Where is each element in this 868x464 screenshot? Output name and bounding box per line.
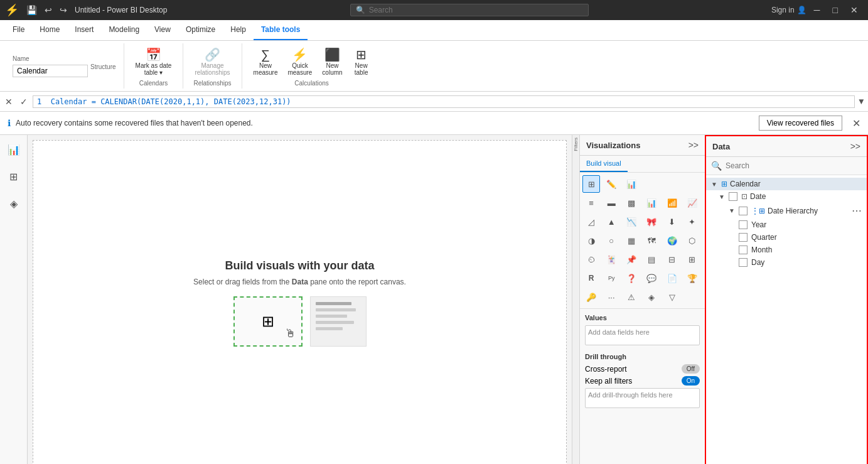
vis-waterfall[interactable]: ⬇ [663, 213, 681, 230]
vis-field-warning[interactable]: ⚠ [623, 288, 640, 306]
accept-button[interactable]: ✓ [18, 95, 30, 108]
title-search-input[interactable] [369, 6, 583, 14]
visualizations-expand-button[interactable]: >> [689, 140, 699, 150]
sidebar-table-icon[interactable]: ⊞ [6, 167, 21, 186]
vis-r[interactable]: R [582, 269, 600, 287]
tree-item-date-hierarchy[interactable]: ▼ ⋮⊞ Date Hierarchy ⋯ [706, 203, 867, 219]
values-drop-area[interactable]: Add data fields here [585, 325, 700, 345]
data-search-bar[interactable]: 🔍 [706, 157, 867, 175]
tab-file[interactable]: File [5, 20, 32, 40]
canvas-area[interactable]: Build visuals with your data Select or d… [33, 140, 567, 464]
ribbon: File Home Insert Modeling View Optimize … [0, 20, 868, 92]
signin-label[interactable]: Sign in [771, 6, 795, 14]
redo-button[interactable]: ↪ [57, 4, 70, 16]
quarter-checkbox[interactable] [739, 233, 747, 242]
reject-button[interactable]: ✕ [3, 95, 15, 108]
vis-clustered-bar[interactable]: ▬ [603, 194, 620, 212]
vis-filter2[interactable]: ▽ [663, 288, 681, 306]
keep-filters-state[interactable]: On [682, 376, 700, 386]
title-search-box[interactable]: 🔍 [350, 4, 589, 16]
date-checkbox[interactable] [729, 192, 737, 201]
tree-item-calendar[interactable]: ▼ ⊞ Calendar [706, 178, 867, 190]
vis-area[interactable]: ◿ [582, 213, 600, 230]
tree-item-day[interactable]: Day [706, 256, 867, 269]
vis-scatter[interactable]: ✦ [683, 213, 701, 230]
save-button[interactable]: 💾 [24, 4, 40, 16]
vis-key-influencers[interactable]: 🔑 [582, 288, 600, 306]
vis-treemap[interactable]: ▦ [623, 232, 640, 249]
day-checkbox[interactable] [739, 258, 747, 267]
vis-ribbon[interactable]: 🎀 [643, 213, 660, 230]
drill-through-drop-area[interactable]: Add drill-through fields here [585, 388, 700, 408]
maximize-button[interactable]: □ [828, 4, 843, 16]
vis-more[interactable]: ··· [603, 288, 620, 306]
minimize-button[interactable]: ─ [809, 4, 825, 16]
year-checkbox[interactable] [739, 220, 747, 229]
undo-button[interactable]: ↩ [42, 4, 55, 16]
vis-analytics-icon[interactable]: 📊 [623, 175, 640, 193]
formula-expand-button[interactable]: ▼ [857, 97, 865, 106]
date-hierarchy-checkbox[interactable] [739, 207, 747, 215]
vis-kpi[interactable]: 📌 [623, 251, 640, 268]
close-button[interactable]: ✕ [845, 4, 863, 16]
vis-decomp[interactable]: 🏆 [683, 269, 701, 287]
quick-measure-button[interactable]: ⚡ Quickmeasure [284, 46, 316, 78]
vis-clustered-col[interactable]: 📶 [663, 194, 681, 212]
tree-item-date[interactable]: ▼ ⊡ Date [706, 190, 867, 203]
tree-item-year[interactable]: Year [706, 219, 867, 231]
tab-home[interactable]: Home [32, 20, 67, 40]
new-column-button[interactable]: ⬛ Newcolumn [318, 46, 346, 78]
vis-icons-grid: ≡ ▬ ▩ 📊 📶 📈 ◿ ▲ 📉 🎀 ⬇ ✦ ◑ ○ ▦ 🗺 🌍 ⬡ ⏲ 🃏 [582, 194, 702, 306]
new-table-button[interactable]: ⊞ Newtable [349, 46, 374, 78]
vis-area-stacked[interactable]: ▲ [603, 213, 620, 230]
vis-pie[interactable]: ◑ [582, 232, 600, 249]
tab-modeling[interactable]: Modeling [101, 20, 147, 40]
sidebar-report-icon[interactable]: 📊 [4, 140, 24, 159]
mark-as-date-button[interactable]: 📅 Mark as datetable ▾ [132, 46, 176, 78]
date-hierarchy-more-button[interactable]: ⋯ [852, 205, 862, 217]
tab-help[interactable]: Help [223, 20, 254, 40]
formula-input[interactable] [33, 95, 855, 108]
vis-qna[interactable]: ❓ [623, 269, 640, 287]
vis-100-bar[interactable]: ▩ [623, 194, 640, 212]
recovery-close-button[interactable]: ✕ [852, 117, 860, 129]
vis-slicer[interactable]: ▤ [643, 251, 660, 268]
vis-stacked-col[interactable]: 📊 [643, 194, 660, 212]
tree-item-quarter[interactable]: Quarter [706, 231, 867, 244]
vis-gauge[interactable]: ⏲ [582, 251, 600, 268]
name-input[interactable] [13, 65, 88, 77]
vis-map[interactable]: 🗺 [643, 232, 660, 249]
vis-line[interactable]: 📈 [683, 194, 701, 212]
vis-table-icon[interactable]: ⊞ [582, 175, 600, 193]
data-panel-expand-button[interactable]: >> [850, 141, 860, 151]
vis-funnel[interactable]: ⬡ [683, 232, 701, 249]
new-measure-button[interactable]: ∑ Newmeasure [250, 46, 282, 78]
vis-filled-map[interactable]: 🌍 [663, 232, 681, 249]
vis-paginated[interactable]: 📄 [663, 269, 681, 287]
tree-item-month[interactable]: Month [706, 244, 867, 256]
vis-table2[interactable]: ⊟ [663, 251, 681, 268]
vis-line-col[interactable]: 📉 [623, 213, 640, 230]
tab-insert[interactable]: Insert [67, 20, 101, 40]
data-search-input[interactable] [726, 161, 862, 170]
vis-stacked-bar[interactable]: ≡ [582, 194, 600, 212]
vis-matrix[interactable]: ⊞ [683, 251, 701, 268]
tab-table-tools[interactable]: Table tools [254, 20, 308, 40]
tab-optimize[interactable]: Optimize [178, 20, 223, 40]
tab-view[interactable]: View [147, 20, 178, 40]
view-recovered-files-button[interactable]: View recovered files [759, 116, 842, 131]
vis-format-icon[interactable]: ✏️ [603, 175, 620, 193]
month-checkbox[interactable] [739, 245, 747, 254]
vis-python[interactable]: Py [603, 269, 620, 287]
vis-card[interactable]: 🃏 [603, 251, 620, 268]
vis-donut[interactable]: ○ [603, 232, 620, 249]
vis-gradient[interactable]: ◈ [643, 288, 660, 306]
calendars-items: 📅 Mark as datetable ▾ [132, 46, 176, 78]
cross-report-state[interactable]: Off [682, 364, 700, 374]
filters-panel-toggle[interactable]: Filters [572, 135, 579, 464]
vis-narrative[interactable]: 💬 [643, 269, 660, 287]
keep-filters-label: Keep all filters [585, 377, 632, 386]
manage-relationships-button[interactable]: 🔗 Managerelationships [191, 46, 233, 78]
build-visual-tab[interactable]: Build visual [580, 156, 628, 172]
sidebar-model-icon[interactable]: ◈ [6, 194, 21, 213]
